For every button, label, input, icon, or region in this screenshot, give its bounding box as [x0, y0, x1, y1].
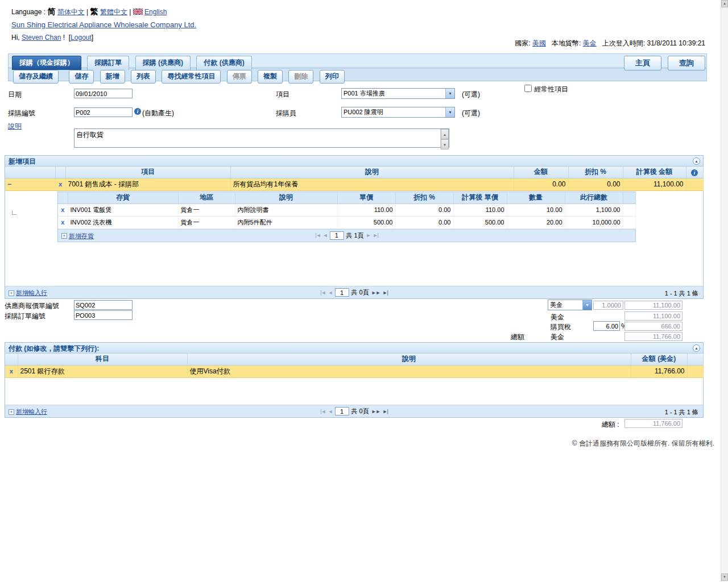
- items-panel-title: 新增項目: [9, 157, 36, 165]
- delete-row-icon[interactable]: [61, 219, 64, 226]
- delete-row-icon[interactable]: [61, 206, 64, 213]
- purchaser-select[interactable]: PU002 陳震明: [341, 107, 455, 118]
- optional-label: (可選): [462, 90, 480, 99]
- next-page-icon[interactable]: [366, 232, 371, 238]
- amount-local-field: 11,100.00: [624, 311, 682, 321]
- last-page-icon[interactable]: [373, 232, 378, 238]
- po-number-label: 採購訂單編號: [5, 311, 46, 321]
- calc-price-cell: 110.00: [453, 203, 507, 216]
- tab-payment-supplier[interactable]: 付款 (供應商): [196, 56, 251, 70]
- nav-band: 採購（現金採購） 採購訂單 採購 (供應商) 付款 (供應商) 主頁 查詢 儲存…: [8, 53, 707, 81]
- col-header-amount: 金額: [514, 167, 568, 178]
- col-header-desc: 說明: [235, 192, 337, 203]
- company-line: Sun Shing Electrical Appliance Wholesale…: [11, 20, 196, 29]
- add-icon[interactable]: [61, 233, 67, 239]
- unit-price-cell: 110.00: [337, 203, 395, 216]
- scroll-down-icon[interactable]: [721, 573, 728, 581]
- lang-english-link[interactable]: English: [144, 8, 167, 16]
- list-button[interactable]: 列表: [131, 70, 156, 84]
- add-row-link[interactable]: 新增輸入行: [16, 408, 47, 416]
- last-page-icon[interactable]: [382, 409, 387, 414]
- add-icon[interactable]: [9, 409, 14, 415]
- collapse-row-icon[interactable]: [7, 180, 11, 188]
- logout-link[interactable]: Logout: [71, 34, 92, 41]
- collapse-panel-icon[interactable]: [693, 344, 700, 352]
- greeting-prefix: Hi,: [11, 34, 20, 41]
- user-link[interactable]: Steven Chan: [22, 34, 61, 41]
- add-stock-link[interactable]: 新增存貨: [69, 232, 94, 240]
- scroll-up-icon[interactable]: [721, 0, 728, 7]
- copy-button[interactable]: 複製: [258, 70, 283, 84]
- country-link[interactable]: 美國: [532, 39, 546, 47]
- col-header-stock: 存貨: [68, 192, 178, 203]
- col-header-blank: [5, 354, 18, 365]
- col-header-calc-price: 計算後 單價: [453, 192, 507, 203]
- lang-traditional-link[interactable]: 繁體中文: [100, 8, 127, 16]
- add-row: 新增輸入行: [9, 408, 47, 416]
- recurring-checkbox[interactable]: [524, 85, 532, 92]
- purchase-no-input[interactable]: [74, 107, 133, 117]
- vertical-scrollbar[interactable]: [721, 0, 728, 582]
- lang-simplified-link[interactable]: 简体中文: [57, 8, 85, 16]
- company-link[interactable]: Sun Shing Electrical Appliance Wholesale…: [11, 20, 196, 29]
- add-row-link[interactable]: 新增輸入行: [16, 289, 47, 297]
- auto-generate-label: (自動產生): [142, 109, 174, 118]
- print-button[interactable]: 列印: [320, 70, 345, 84]
- scroll-up-icon[interactable]: [441, 129, 449, 139]
- project-select[interactable]: P001 市場推廣: [341, 88, 455, 99]
- payment-grid: 科目 說明 金額 (美金) 2501 銀行存款 使用Visa付款 11,766.…: [5, 354, 704, 378]
- first-page-icon[interactable]: [315, 232, 320, 238]
- next-page-icon[interactable]: [371, 409, 380, 414]
- prev-page-icon[interactable]: [328, 409, 333, 414]
- prev-page-icon[interactable]: [322, 232, 327, 238]
- col-header-area: 地區: [178, 192, 235, 203]
- collapse-panel-icon[interactable]: [693, 157, 700, 165]
- find-recurring-button[interactable]: 尋找經常性項目: [162, 70, 221, 84]
- first-page-icon[interactable]: [320, 409, 325, 414]
- item-row[interactable]: 7001 銷售成本 - 採購部 所有貨品均有1年保養 0.00 0.00 11,…: [5, 178, 703, 190]
- scroll-down-icon[interactable]: [441, 139, 449, 149]
- add-icon[interactable]: [9, 290, 14, 296]
- tab-purchase-supplier[interactable]: 採購 (供應商): [135, 56, 191, 70]
- stock-row[interactable]: INV001 電飯煲 貨倉一 內附說明書 110.00 0.00 110.00 …: [58, 203, 635, 216]
- page-input[interactable]: [329, 231, 344, 240]
- total-amount-field: 11,766.00: [624, 332, 682, 341]
- language-bar: Language : 简 简体中文 | 繁 繁體中文 | English: [11, 7, 167, 17]
- date-input[interactable]: [74, 89, 133, 98]
- lang-simplified-abbr: 简: [47, 7, 55, 16]
- chevron-down-icon: [445, 107, 454, 117]
- purchase-no-label: 採購編號: [8, 109, 35, 118]
- next-page-icon[interactable]: [371, 290, 380, 296]
- currency-select[interactable]: 美金: [548, 300, 592, 310]
- tab-purchase-order[interactable]: 採購訂單: [87, 56, 129, 70]
- local-currency-link[interactable]: 美金: [583, 39, 597, 47]
- page-input[interactable]: [334, 407, 349, 415]
- page-input[interactable]: [334, 288, 349, 297]
- cash-purchase-page: Language : 简 简体中文 | 繁 繁體中文 | English Sun…: [0, 0, 728, 582]
- item-discount-cell: 0.00: [568, 178, 623, 190]
- session-info-bar: 國家: 美國 本地貨幣: 美金 上次登入時間: 31/8/2011 10:39:…: [515, 39, 705, 48]
- tax-rate-input[interactable]: [593, 321, 620, 331]
- po-number-input[interactable]: [74, 310, 133, 320]
- delete-row-icon[interactable]: [59, 181, 62, 188]
- payment-row[interactable]: 2501 銀行存款 使用Visa付款 11,766.00: [5, 365, 703, 377]
- col-header-qty: 數量: [507, 192, 565, 203]
- prev-page-icon[interactable]: [328, 290, 333, 296]
- local-currency-label: 本地貨幣:: [552, 39, 581, 47]
- first-page-icon[interactable]: [320, 290, 325, 296]
- description-link[interactable]: 說明: [8, 122, 22, 131]
- discount-cell: 0.00: [395, 203, 453, 216]
- toolbar: 儲存及繼續 儲存 新增 列表 尋找經常性項目 傳票 複製 刪除 列印: [9, 69, 706, 81]
- desc-cell: 內附說明書: [235, 203, 337, 216]
- description-textarea[interactable]: 自行取貨: [75, 129, 440, 147]
- save-button[interactable]: 儲存: [69, 70, 94, 84]
- delete-row-icon[interactable]: [10, 368, 13, 375]
- supplier-quote-input[interactable]: [74, 300, 133, 310]
- tab-purchase-cash[interactable]: 採購（現金採購）: [12, 56, 81, 70]
- stock-row[interactable]: INV002 洗衣機 貨倉一 內附5件配件 500.00 0.00 500.00…: [58, 216, 635, 228]
- last-page-icon[interactable]: [382, 290, 387, 296]
- grand-total-field: 11,766.00: [624, 419, 682, 428]
- new-button[interactable]: 新增: [100, 70, 125, 84]
- save-continue-button[interactable]: 儲存及繼續: [13, 70, 59, 84]
- col-header-amount: 金額 (美金): [631, 354, 687, 365]
